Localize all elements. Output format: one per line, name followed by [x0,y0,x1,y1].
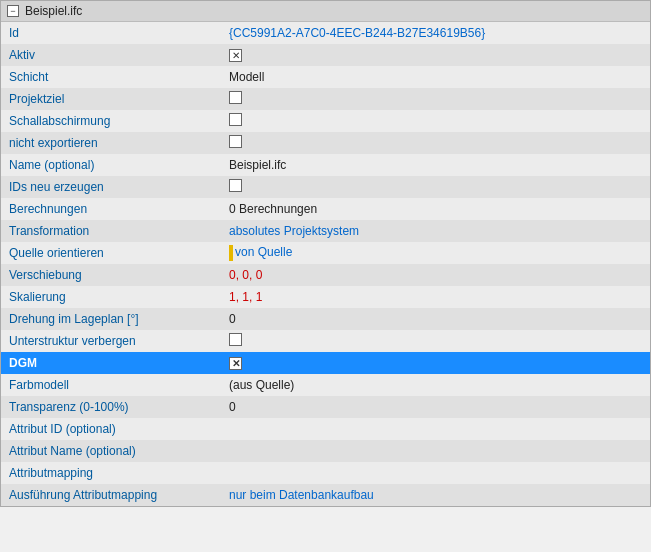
checkbox-checked[interactable] [229,357,242,370]
properties-panel: − Beispiel.ifc Id{CC5991A2-A7C0-4EEC-B24… [0,0,651,507]
property-label: Skalierung [1,286,221,308]
property-label: Attribut ID (optional) [1,418,221,440]
property-value: 0 Berechnungen [221,198,650,220]
property-label: Projektziel [1,88,221,110]
property-value: von Quelle [221,242,650,264]
property-value: 0, 0, 0 [221,264,650,286]
property-label: Transformation [1,220,221,242]
property-label: nicht exportieren [1,132,221,154]
property-label: Quelle orientieren [1,242,221,264]
property-label: Farbmodell [1,374,221,396]
property-label: Aktiv [1,44,221,66]
property-value[interactable] [221,330,650,352]
checkbox-empty[interactable] [229,135,242,148]
property-value: 0 [221,308,650,330]
property-value[interactable] [221,132,650,154]
property-label: Id [1,22,221,44]
property-value[interactable] [221,110,650,132]
property-label: Transparenz (0-100%) [1,396,221,418]
property-label: Berechnungen [1,198,221,220]
property-value[interactable] [221,176,650,198]
checkbox-checked[interactable] [229,49,242,62]
property-label: IDs neu erzeugen [1,176,221,198]
checkbox-empty[interactable] [229,333,242,346]
property-value: 0 [221,396,650,418]
property-value[interactable] [221,44,650,66]
property-value [221,418,650,440]
property-label: Drehung im Lageplan [°] [1,308,221,330]
property-label: DGM [1,352,221,374]
panel-title: Beispiel.ifc [25,4,82,18]
property-value [221,440,650,462]
property-value: {CC5991A2-A7C0-4EEC-B244-B27E34619B56} [221,22,650,44]
property-label: Attributmapping [1,462,221,484]
property-value[interactable] [221,88,650,110]
property-value: (aus Quelle) [221,374,650,396]
collapse-icon[interactable]: − [7,5,19,17]
checkbox-empty[interactable] [229,179,242,192]
property-value [221,462,650,484]
properties-table: Id{CC5991A2-A7C0-4EEC-B244-B27E34619B56}… [1,22,650,506]
property-value: 1, 1, 1 [221,286,650,308]
property-value: Modell [221,66,650,88]
property-label: Verschiebung [1,264,221,286]
property-value: nur beim Datenbankaufbau [221,484,650,506]
panel-header[interactable]: − Beispiel.ifc [1,1,650,22]
property-label: Name (optional) [1,154,221,176]
property-label: Unterstruktur verbergen [1,330,221,352]
yellow-marker-icon [229,245,233,261]
property-label: Attribut Name (optional) [1,440,221,462]
property-value: Beispiel.ifc [221,154,650,176]
property-value: absolutes Projektsystem [221,220,650,242]
property-value[interactable] [221,352,650,374]
checkbox-empty[interactable] [229,113,242,126]
checkbox-empty[interactable] [229,91,242,104]
property-label: Schicht [1,66,221,88]
property-label: Schallabschirmung [1,110,221,132]
property-label: Ausführung Attributmapping [1,484,221,506]
